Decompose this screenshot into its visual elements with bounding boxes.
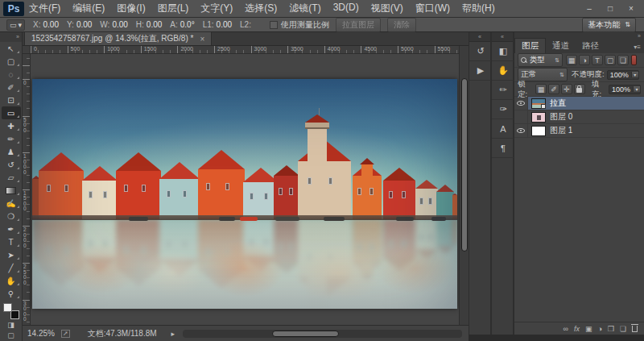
document-tab[interactable]: 1523542758767.jpg @ 14.3%(拉直, RGB/8) * ×: [24, 31, 212, 45]
toolbar-expander[interactable]: »: [0, 32, 22, 42]
vertical-scrollbar-thumb[interactable]: [461, 78, 468, 252]
path-selection-tool[interactable]: ➤: [2, 248, 21, 261]
fill-dropdown-icon[interactable]: ▾: [633, 86, 640, 92]
brush-panel-icon[interactable]: ✏: [492, 81, 514, 100]
use-measure-scale-checkbox[interactable]: [270, 21, 278, 29]
status-advance-icon[interactable]: ▸: [171, 330, 175, 338]
quick-selection-tool[interactable]: ✐: [2, 81, 21, 94]
layer-filter-combo[interactable]: 类型 ⇅: [518, 53, 563, 67]
menu-item-f[interactable]: 文件(F): [29, 2, 60, 15]
panel-tab-通道[interactable]: 通道: [546, 39, 576, 53]
menu-item-v[interactable]: 视图(V): [371, 2, 403, 15]
zoom-tool[interactable]: ⚲: [2, 287, 21, 300]
visibility-toggle[interactable]: [514, 97, 528, 110]
dodge-tool[interactable]: ❍: [2, 210, 21, 222]
filter-smart-icon[interactable]: ❏: [617, 55, 629, 65]
link-layers-icon[interactable]: ∞: [563, 325, 568, 333]
dockA-expander[interactable]: «: [469, 32, 490, 42]
menu-item-s[interactable]: 选择(S): [245, 2, 277, 15]
layer-style-icon[interactable]: fx: [574, 325, 580, 333]
brush-presets-panel-icon[interactable]: ✑: [492, 100, 514, 119]
properties-panel-icon[interactable]: ✋: [492, 61, 514, 81]
add-mask-icon[interactable]: ▣: [585, 325, 592, 333]
visibility-toggle[interactable]: [514, 124, 528, 137]
menu-item-y[interactable]: 文字(Y): [200, 2, 233, 15]
lock-paint-icon[interactable]: ✐: [548, 84, 559, 94]
layer-main[interactable]: 图层 1: [528, 124, 644, 137]
close-tab-icon[interactable]: ×: [200, 35, 204, 44]
eraser-tool[interactable]: ▱: [2, 171, 21, 184]
filter-shape-icon[interactable]: ▢: [605, 55, 616, 65]
filter-adjustment-icon[interactable]: ◑: [579, 55, 590, 65]
layer-main[interactable]: 图层 0: [528, 110, 644, 123]
layer-row[interactable]: 图层 0: [514, 110, 644, 124]
healing-brush-tool[interactable]: ✚: [2, 119, 21, 132]
hand-tool[interactable]: ✋: [2, 274, 21, 287]
clone-stamp-tool[interactable]: ♟: [2, 145, 21, 158]
ruler-tool-preset[interactable]: ▭ ▾: [6, 19, 25, 31]
new-group-icon[interactable]: ❒: [608, 325, 614, 333]
filter-type-icon[interactable]: T: [592, 55, 603, 65]
adjustments-panel-icon[interactable]: ◧: [492, 42, 514, 61]
paragraph-panel-icon[interactable]: ¶: [492, 139, 514, 158]
canvas-area[interactable]: [31, 54, 459, 325]
lock-transparent-icon[interactable]: ▦: [535, 84, 547, 94]
menu-item-i[interactable]: 图像(I): [117, 2, 145, 15]
marquee-tool[interactable]: ▢: [2, 55, 21, 68]
smudge-tool[interactable]: ✍: [2, 197, 21, 210]
lock-position-icon[interactable]: ✛: [561, 84, 572, 94]
opacity-dropdown-icon[interactable]: ▾: [631, 72, 638, 77]
status-export-icon[interactable]: ➚: [61, 330, 70, 338]
layer-row[interactable]: 拉直: [514, 97, 644, 110]
line-tool[interactable]: ╱: [2, 261, 21, 274]
zoom-level[interactable]: 14.25%: [27, 329, 55, 338]
type-tool[interactable]: T: [2, 235, 21, 248]
menu-item-w[interactable]: 窗口(W): [415, 2, 450, 15]
menu-item-h[interactable]: 帮助(H): [462, 2, 495, 15]
pen-tool[interactable]: ✒: [2, 222, 21, 235]
vertical-scrollbar[interactable]: [459, 46, 469, 325]
screen-mode-icon[interactable]: ▢: [2, 330, 21, 340]
character-panel-icon[interactable]: A: [492, 119, 514, 139]
panel-tab-路径[interactable]: 路径: [576, 39, 605, 53]
dockB-expander[interactable]: «: [492, 32, 513, 42]
menu-item-t[interactable]: 滤镜(T): [289, 2, 320, 15]
clear-button[interactable]: 清除: [387, 18, 416, 32]
close-button[interactable]: ×: [621, 2, 641, 15]
filter-pixel-icon[interactable]: ▦: [566, 55, 577, 65]
workspace-selector[interactable]: 基本功能 ⇅: [582, 18, 636, 32]
menu-item-l[interactable]: 图层(L): [158, 2, 189, 15]
brush-tool[interactable]: ✏: [2, 132, 21, 145]
filter-switch[interactable]: [631, 55, 637, 65]
gradient-tool[interactable]: [2, 184, 21, 197]
lasso-tool[interactable]: ◌: [2, 68, 21, 81]
panel-tab-图层[interactable]: 图层: [514, 38, 546, 53]
foreground-color-swatch[interactable]: [3, 303, 12, 312]
layer-main[interactable]: 拉直: [528, 97, 644, 110]
menu-item-e[interactable]: 编辑(E): [72, 2, 105, 15]
horizontal-scrollbar[interactable]: [183, 330, 462, 338]
new-layer-icon[interactable]: ❏: [620, 325, 626, 333]
visibility-toggle[interactable]: [514, 110, 528, 123]
history-brush-tool[interactable]: ↺: [2, 158, 21, 171]
layer-row[interactable]: 图层 1: [514, 124, 644, 138]
quick-mask-icon[interactable]: ◨: [2, 319, 21, 330]
opacity-field[interactable]: 100% ▾: [607, 70, 639, 80]
minimize-button[interactable]: –: [580, 2, 599, 15]
move-tool[interactable]: ↖: [2, 42, 21, 55]
panel-menu-icon[interactable]: ▾≡: [634, 42, 641, 53]
actions-panel-icon[interactable]: ▶: [469, 61, 492, 81]
document-image[interactable]: [32, 79, 457, 309]
delete-layer-icon[interactable]: [632, 326, 638, 332]
fill-field[interactable]: 100% ▾: [609, 85, 641, 94]
crop-tool[interactable]: ⊡: [2, 94, 21, 106]
history-panel-icon[interactable]: ↺: [469, 42, 492, 61]
lock-all-icon[interactable]: [574, 84, 585, 94]
horizontal-scrollbar-thumb[interactable]: [272, 331, 339, 337]
color-swatches[interactable]: [3, 303, 19, 319]
ruler-tool[interactable]: ▭: [2, 106, 21, 119]
maximize-button[interactable]: □: [601, 2, 620, 15]
adjustment-layer-icon[interactable]: ◑: [597, 325, 601, 333]
menu-item-dd[interactable]: 3D(D): [333, 2, 359, 15]
straighten-layer-button[interactable]: 拉直图层: [336, 18, 381, 32]
